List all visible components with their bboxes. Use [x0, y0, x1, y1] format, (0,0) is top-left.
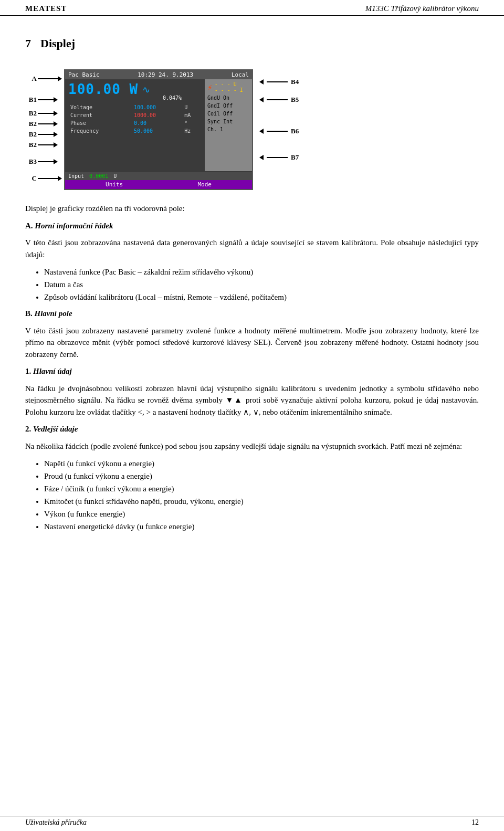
label-B2a-text: B2: [25, 109, 37, 118]
bolt-icon: ⚡: [207, 82, 213, 92]
label-B1: B1: [25, 93, 62, 106]
label-B5-text: B5: [291, 96, 299, 104]
bullet-2-3: Fáze / účiník (u funkcí výkonu a energie…: [44, 482, 479, 495]
item-2: 2. Vedlejší údaje Na několika řádcích (p…: [25, 423, 479, 533]
label-B4: B4: [259, 78, 299, 86]
right-sync: Sync Int: [207, 118, 249, 125]
item-2-bullets: Napětí (u funkcí výkonu a energie) Proud…: [44, 457, 479, 533]
section-number: 7: [25, 37, 31, 50]
right-ch: Ch. 1: [207, 125, 249, 133]
bottom-mode: Mode: [197, 181, 212, 188]
label-B4-text: B4: [291, 78, 299, 86]
footer-left: Uživatelská příručka: [25, 818, 87, 827]
main-value-display: 100.00 W: [68, 81, 138, 97]
percent-display: 0.047%: [163, 95, 202, 101]
label-B7: B7: [259, 153, 299, 162]
wave-icon: ∿: [142, 84, 150, 95]
display-diagram: A B1 B2: [25, 69, 479, 190]
right-coil: Coil Off: [207, 110, 249, 118]
label-C: C: [25, 172, 62, 185]
screen-right-panel: ⚡ - - - U - - - - I GndU On GndI Off Coi…: [205, 79, 252, 171]
section-a-text: V této části jsou zobrazována nastavená …: [25, 237, 479, 260]
dot-pattern: - - - U - - - - I: [215, 81, 243, 93]
bullet-a-2: Datum a čas: [44, 278, 479, 291]
section-b-text1: V této části jsou zobrazeny nastavené pa…: [25, 325, 479, 361]
label-B3: B3: [25, 155, 62, 168]
header-brand: MEATEST: [25, 4, 67, 13]
section-a-heading-label: Horní informační řádek: [35, 222, 113, 230]
section-a-heading: A. Horní informační řádek: [25, 220, 479, 232]
label-B2a: B2: [25, 108, 62, 119]
screen-left-panel: 100.00 W ∿ 0.047% Voltage 100.000: [65, 79, 205, 171]
header-title: M133C Třífázový kalibrátor výkonu: [365, 4, 479, 13]
screen-datetime: 10:29 24. 9.2013: [138, 71, 193, 78]
item-1-text: Na řádku je dvojnásobnou velikostí zobra…: [25, 383, 479, 418]
screen-main: 100.00 W ∿ 0.047% Voltage 100.000: [65, 79, 252, 171]
label-B6-text: B6: [291, 127, 299, 135]
label-B1-text: B1: [25, 96, 37, 104]
bullet-2-2: Proud (u funkcí výkonu a energie): [44, 470, 479, 482]
item-2-text: Na několika řádcích (podle zvolené funkc…: [25, 440, 479, 453]
page-header: MEATEST M133C Třífázový kalibrátor výkon…: [0, 0, 504, 16]
label-B2b: B2: [25, 119, 62, 129]
param-frequency: Frequency 50.000 Hz: [69, 128, 201, 134]
label-B2d-text: B2: [25, 141, 37, 149]
bullet-a-1: Nastavená funkce (Pac Basic – zákaldní r…: [44, 266, 479, 278]
label-B6: B6: [259, 127, 299, 135]
right-gndI: GndI Off: [207, 102, 249, 110]
page-content: 7 Displej A B1: [0, 16, 504, 569]
section-a-bullets: Nastavená funkce (Pac Basic – zákaldní r…: [44, 266, 479, 303]
left-labels: A B1 B2: [25, 69, 62, 185]
param-voltage: Voltage 100.000 U: [69, 104, 201, 111]
param-phase: Phase 0.00 °: [69, 120, 201, 127]
bullet-2-1: Napětí (u funkcí výkonu a energie): [44, 457, 479, 470]
param-current: Current 1000.00 mA: [69, 112, 201, 119]
label-B3-text: B3: [25, 157, 37, 166]
screen-function: Pac Basic: [68, 71, 100, 78]
section-b-heading: B. Hlavní pole: [25, 308, 479, 320]
label-B2b-text: B2: [25, 120, 37, 128]
footer-page: 12: [471, 818, 479, 827]
screen-input-row: Input 0.0001 U: [65, 172, 252, 180]
label-C-text: C: [25, 174, 37, 183]
params-table: Voltage 100.000 U Current 1000.00 mA Pha…: [68, 103, 202, 135]
intro-text: Displej je graficky rozdělen na tři vodo…: [25, 203, 479, 215]
screen-top-bar: Pac Basic 10:29 24. 9.2013 Local: [65, 70, 252, 79]
label-A-text: A: [25, 75, 37, 83]
item-1: 1. Hlavní údaj Na řádku je dvojnásobnou …: [25, 365, 479, 418]
bullet-a-3: Způsob ovládání kalibrátoru (Local – mís…: [44, 291, 479, 303]
label-A: A: [25, 72, 62, 85]
label-B5: B5: [259, 96, 299, 104]
label-B2c: B2: [25, 129, 62, 140]
screen-mockup: Pac Basic 10:29 24. 9.2013 Local 100.00 …: [64, 69, 253, 190]
right-gndU: GndU On: [207, 94, 249, 102]
bullet-2-4: Kmitočet (u funkcí střídavého napětí, pr…: [44, 495, 479, 508]
bullet-2-5: Výkon (u funkce energie): [44, 508, 479, 520]
input-label: Input: [68, 173, 84, 179]
label-B2c-text: B2: [25, 130, 37, 139]
label-B7-text: B7: [291, 153, 299, 162]
right-labels: B4 B5 B6 B7: [253, 69, 299, 162]
label-B2d: B2: [25, 140, 62, 150]
bullet-2-6: Nastavení energetické dávky (u funkce en…: [44, 520, 479, 533]
screen-bottom-bar: Units Mode: [65, 180, 252, 189]
section-title: Displej: [40, 37, 75, 50]
bottom-units: Units: [106, 181, 123, 188]
input-unit: U: [113, 173, 117, 179]
input-value: 0.0001: [89, 173, 108, 179]
screen-mode: Local: [232, 71, 249, 78]
page-footer: Uživatelská příručka 12: [0, 816, 504, 831]
